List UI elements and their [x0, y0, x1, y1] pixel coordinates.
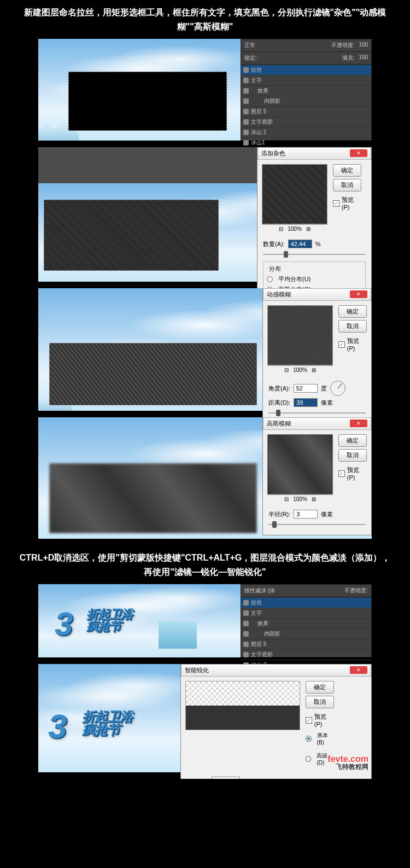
layer-row[interactable]: 文字底部: [241, 649, 371, 660]
dialog-titlebar[interactable]: 动感模糊 ✕: [263, 288, 371, 301]
advanced-radio[interactable]: [306, 756, 311, 762]
layer-row[interactable]: 文字: [241, 75, 371, 85]
radius-unit: 像素: [321, 510, 333, 519]
close-icon[interactable]: ✕: [350, 149, 367, 157]
motion-blur-rect: [49, 343, 257, 405]
close-icon[interactable]: ✕: [350, 290, 367, 298]
visibility-icon[interactable]: [243, 652, 249, 657]
ok-button[interactable]: 确定: [338, 305, 367, 318]
close-icon[interactable]: ✕: [350, 420, 367, 427]
visibility-icon[interactable]: [243, 130, 249, 135]
preview-checkbox[interactable]: ✓: [333, 200, 339, 207]
preview-label: 预览(P): [342, 196, 361, 211]
zoom-value: 100%: [293, 367, 307, 373]
angle-unit: 度: [321, 385, 327, 393]
radius-label: 半径(R):: [268, 510, 290, 519]
layer-row[interactable]: 拉丝: [241, 65, 371, 75]
layer-row[interactable]: 冰山1: [241, 137, 371, 148]
uniform-radio[interactable]: [267, 276, 273, 282]
instruction-text-2: CTRL+D取消选区，使用"剪切蒙版快捷键"CTRL+ALT+G，图层混合模式为…: [0, 545, 410, 584]
dialog-titlebar[interactable]: 高斯模糊 ✕: [263, 417, 371, 430]
ok-button[interactable]: 确定: [306, 681, 334, 694]
layer-name: 文字底部: [251, 651, 273, 659]
zoom-plus-icon[interactable]: ⊞: [306, 226, 311, 232]
iceberg-block: [159, 621, 197, 649]
layer-name: 效果: [251, 620, 268, 627]
layer-row[interactable]: 内阴影: [241, 96, 371, 106]
close-icon[interactable]: ✕: [350, 666, 367, 674]
canvas-sky: 3 折起卫浴 疯抢节: [38, 584, 241, 657]
section-smart-sharpen: 3 折起卫浴 疯抢节 智能锐化 ✕ 确定 取消 ✓ 预览(P): [38, 664, 372, 772]
3d-number: 3: [55, 605, 72, 643]
visibility-icon[interactable]: [243, 98, 249, 104]
layer-row[interactable]: 图层 5: [241, 639, 371, 649]
preview-zoom: ⊟ 100% ⊞: [267, 365, 333, 374]
cancel-button[interactable]: 取消: [338, 449, 367, 462]
ok-button[interactable]: 确定: [333, 164, 361, 177]
distance-input[interactable]: 39: [294, 398, 318, 407]
dialog-titlebar[interactable]: 添加杂色 ✕: [257, 147, 371, 160]
distance-slider[interactable]: [268, 409, 366, 417]
fill-value[interactable]: 100: [359, 54, 368, 62]
layer-row[interactable]: 图层 5: [241, 106, 371, 116]
preview-checkbox[interactable]: ✓: [306, 717, 312, 724]
angle-input[interactable]: 52: [294, 384, 318, 393]
visibility-icon[interactable]: [243, 642, 249, 647]
visibility-icon[interactable]: [243, 600, 249, 605]
dialog-titlebar[interactable]: 智能锐化 ✕: [181, 664, 371, 677]
zoom-minus-icon[interactable]: ⊟: [284, 367, 289, 373]
blend-mode-select[interactable]: 线性减淡 (添: [244, 587, 275, 595]
layer-name: 冰山 2: [251, 129, 266, 136]
canvas-sky: [38, 39, 241, 141]
preview-box: [267, 434, 333, 494]
zoom-minus-icon[interactable]: ⊟: [279, 226, 283, 232]
zoom-value: 100%: [293, 496, 307, 502]
preview-checkbox[interactable]: ✓: [338, 341, 345, 348]
layer-row[interactable]: 文字: [241, 608, 371, 618]
distance-label: 距离(D):: [268, 399, 290, 407]
panel-lock-row: 锁定: 填充: 100: [241, 52, 371, 65]
layer-row[interactable]: 效果: [241, 618, 371, 628]
visibility-icon[interactable]: [243, 119, 249, 125]
radius-input[interactable]: 3: [294, 510, 318, 519]
visibility-icon[interactable]: [243, 610, 249, 616]
amount-input[interactable]: 42.44: [288, 240, 312, 248]
visibility-icon[interactable]: [243, 109, 249, 114]
opacity-label: 不透明度:: [344, 587, 368, 595]
visibility-icon[interactable]: [243, 67, 249, 73]
visibility-icon[interactable]: [243, 88, 249, 94]
layer-row[interactable]: 拉丝: [241, 597, 371, 608]
visibility-icon[interactable]: [243, 621, 249, 626]
opacity-value[interactable]: 100: [359, 42, 368, 49]
ok-button[interactable]: 确定: [338, 434, 367, 447]
visibility-icon[interactable]: [243, 78, 249, 83]
3d-text: 折起卫浴 疯抢节: [86, 608, 132, 632]
angle-dial[interactable]: [330, 381, 345, 396]
preview-image: [262, 165, 327, 224]
layer-row[interactable]: 内阴影: [241, 628, 371, 639]
radius-slider[interactable]: [268, 521, 366, 528]
settings-select[interactable]: 默认值: [212, 777, 240, 779]
amount-slider[interactable]: [263, 251, 366, 258]
blend-mode-select[interactable]: 正常: [244, 42, 255, 49]
instruction-text-1: 新建图层命名拉丝，用矩形选框工具，框住所有文字，填充黑色，分别执行滤镜"杂色""…: [0, 0, 410, 39]
visibility-icon[interactable]: [243, 631, 249, 637]
watermark-main: fevte.com: [327, 755, 368, 764]
basic-radio[interactable]: [306, 736, 312, 742]
zoom-plus-icon[interactable]: ⊞: [312, 496, 316, 502]
layer-row[interactable]: 冰山 2: [241, 127, 371, 137]
preview-checkbox[interactable]: ✓: [338, 470, 345, 477]
layers-panel: 正常 不透明度: 100 锁定: 填充: 100 拉丝文字效果内阴影图层 5文字…: [241, 39, 372, 141]
layer-row[interactable]: 效果: [241, 85, 371, 96]
cancel-button[interactable]: 取消: [338, 320, 367, 333]
preview-zoom: ⊟ 100% ⊞: [262, 224, 327, 233]
motion-blur-dialog: 动感模糊 ✕ ⊟ 100% ⊞ 确定 取消 ✓ 预览(P): [262, 288, 372, 424]
panel-blend-row: 线性减淡 (添 不透明度:: [241, 585, 371, 597]
layer-row[interactable]: 文字底部: [241, 116, 371, 127]
zoom-plus-icon[interactable]: ⊞: [312, 367, 316, 373]
visibility-icon[interactable]: [243, 140, 249, 145]
cancel-button[interactable]: 取消: [306, 696, 334, 708]
zoom-minus-icon[interactable]: ⊟: [284, 496, 289, 502]
preview-box: [262, 164, 327, 224]
cancel-button[interactable]: 取消: [333, 179, 361, 191]
